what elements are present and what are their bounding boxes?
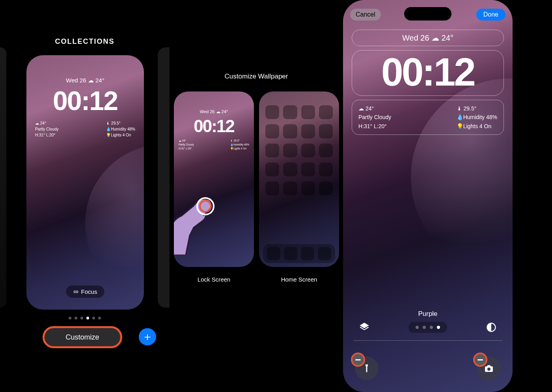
page-dot [69, 317, 71, 319]
divider [353, 340, 502, 341]
weather-widget: ☁ 24° Partly Cloudy H:31° L:20° [35, 120, 58, 138]
date-widget: Wed 26 ☁ 24° [26, 77, 144, 84]
remove-shortcut-badge[interactable] [351, 353, 365, 367]
widget-row: ☁ 24° Partly Cloudy H:31° L:20° 🌡 29.5° … [26, 114, 144, 138]
add-wallpaper-button[interactable]: ＋ [139, 328, 156, 345]
collections-panel: COLLECTIONS Wed 26 ☁ 24° 00:12 ☁ 24° Par… [0, 0, 170, 392]
date-widget-editable[interactable]: Wed 26 ☁ 24° [352, 30, 504, 46]
editor-header: Cancel Done [343, 9, 513, 21]
cancel-button[interactable]: Cancel [350, 9, 381, 21]
hand-illustration [174, 184, 229, 255]
lock-screen-editor: Cancel Done Wed 26 ☁ 24° 00:12 ☁ 24° Par… [343, 0, 513, 392]
done-button[interactable]: Done [476, 9, 505, 21]
customize-wallpaper-panel: Customize Wallpaper Wed 26 ☁ 24° 00:12 ☁… [170, 0, 343, 392]
style-controls: Purple [343, 310, 513, 333]
camera-shortcut[interactable] [477, 357, 501, 380]
clock-widget: 00:12 [26, 87, 144, 114]
flashlight-shortcut[interactable] [355, 357, 379, 380]
link-icon [73, 289, 79, 295]
app-grid [259, 91, 339, 209]
current-wallpaper-preview[interactable]: Wed 26 ☁ 24° 00:12 ☁ 24° Partly Cloudy H… [26, 55, 144, 310]
home-screen-thumbnail[interactable] [259, 91, 339, 267]
page-indicator [0, 317, 170, 319]
bottom-widgets-editable[interactable]: ☁ 24° Partly Cloudy H:31° L:20° 🌡 29.5° … [352, 100, 504, 135]
clock-widget-editable[interactable]: 00:12 [352, 50, 504, 96]
lock-screen-label: Lock Screen [174, 276, 254, 283]
home-screen-label: Home Screen [259, 276, 339, 283]
weather-widget: ☁ 24° Partly Cloudy H:31° L:20° [358, 104, 391, 131]
next-wallpaper-peek[interactable] [158, 47, 170, 308]
camera-icon [484, 364, 494, 373]
customize-button[interactable]: Customize [43, 326, 122, 348]
page-dot [75, 317, 77, 319]
remove-shortcut-badge[interactable] [473, 353, 487, 367]
tap-indicator [196, 197, 214, 215]
collections-title: COLLECTIONS [0, 37, 170, 46]
variant-dot [430, 326, 433, 329]
app-dock [263, 244, 335, 263]
focus-label: Focus [81, 288, 97, 295]
wallpaper-color-name: Purple [343, 310, 513, 318]
wallpaper-variant-dots[interactable] [408, 322, 447, 333]
home-widget: 🌡 29.5° 💧Humidity 48% 💡Lights 4 On [457, 104, 497, 131]
depth-effect-icon[interactable] [359, 322, 370, 333]
variant-dot-active [437, 326, 440, 329]
page-dot [92, 317, 95, 319]
prev-wallpaper-peek[interactable] [0, 47, 6, 308]
appearance-icon[interactable] [486, 322, 497, 333]
variant-dot [423, 326, 426, 329]
variant-dot [416, 326, 419, 329]
customize-wallpaper-title: Customize Wallpaper [170, 73, 343, 80]
page-dot-active [86, 317, 89, 319]
page-dot [80, 317, 83, 319]
focus-button[interactable]: Focus [66, 286, 104, 298]
app-icon [265, 105, 279, 119]
flashlight-icon [362, 364, 371, 373]
home-widget: 🌡 29.5° 💧Humidity 48% 💡Lights 4 On [106, 120, 135, 138]
page-dot [98, 317, 101, 319]
lock-screen-thumbnail[interactable]: Wed 26 ☁ 24° 00:12 ☁ 24° Partly Cloudy H… [174, 91, 254, 267]
